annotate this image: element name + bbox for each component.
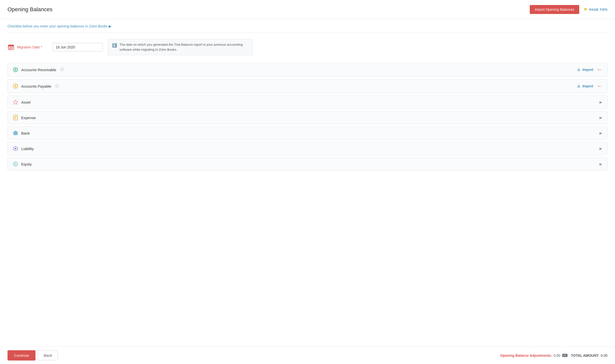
section-header-accounts-receivable[interactable]: $ Accounts Receivable ⓘ Import ← (8, 63, 607, 76)
asset-label: Asset (21, 100, 31, 104)
liability-chevron: ▶ (600, 147, 602, 151)
import-download-icon-ar (577, 68, 581, 72)
accounts-receivable-import-right: Import ← (577, 66, 602, 73)
migration-date-tooltip: ℹ️ The date on which you generated the T… (108, 39, 253, 55)
section-left-equity: Equity (13, 161, 32, 167)
divider-1 (8, 33, 608, 33)
svg-rect-11 (10, 49, 11, 49)
svg-rect-25 (16, 133, 17, 134)
expense-chevron: ▶ (600, 116, 602, 120)
section-header-accounts-payable[interactable]: $ Accounts Payable ⓘ Import ← (8, 79, 607, 93)
page-title: Opening Balances (8, 6, 52, 13)
migration-date-input[interactable] (52, 43, 103, 51)
svg-rect-24 (15, 133, 16, 134)
import-download-icon-ap (577, 84, 581, 88)
migration-date-row: Migration Date * ℹ️ The date on which yo… (8, 39, 608, 55)
section-header-asset[interactable]: Asset ▶ (8, 96, 607, 108)
section-left-accounts-payable: $ Accounts Payable ⓘ (13, 83, 59, 89)
accounts-payable-icon: $ (13, 83, 18, 89)
svg-rect-10 (9, 49, 10, 49)
svg-rect-23 (14, 133, 15, 134)
svg-marker-22 (14, 131, 18, 132)
header-actions: Import Opening Balances PAGE TIPS (530, 5, 608, 14)
calendar-icon (8, 44, 14, 51)
section-header-equity[interactable]: Equity ▶ (8, 158, 607, 170)
equity-label: Equity (21, 162, 32, 166)
section-bank: Bank ▶ (8, 127, 608, 140)
page-header: Opening Balances Import Opening Balances… (0, 0, 615, 19)
liability-icon (13, 146, 18, 151)
bank-label: Bank (21, 131, 30, 135)
accounts-payable-info-icon[interactable]: ⓘ (55, 84, 59, 88)
asset-chevron: ▶ (600, 100, 602, 104)
bank-chevron: ▶ (600, 131, 602, 135)
svg-text:$: $ (15, 84, 16, 88)
section-left-liability: Liability (13, 146, 34, 151)
checklist-link[interactable]: Checklist before you enter your opening … (8, 24, 112, 28)
main-content: Checklist before you enter your opening … (0, 19, 615, 198)
info-circle-icon: ℹ️ (112, 42, 117, 48)
import-opening-balances-button[interactable]: Import Opening Balances (530, 5, 579, 14)
asset-icon (13, 99, 18, 105)
svg-rect-2 (585, 11, 586, 11)
section-header-liability[interactable]: Liability ▶ (8, 142, 607, 155)
svg-rect-20 (14, 118, 16, 119)
svg-point-0 (584, 8, 587, 10)
accounts-receivable-info-icon[interactable]: ⓘ (60, 67, 64, 72)
svg-marker-16 (13, 100, 18, 104)
migration-date-label: Migration Date * (8, 44, 48, 51)
section-liability: Liability ▶ (8, 142, 608, 155)
expense-label: Expense (21, 116, 36, 120)
section-left-bank: Bank (13, 130, 30, 136)
red-arrow-ap: ← (597, 83, 602, 89)
accounts-payable-label: Accounts Payable (21, 84, 51, 88)
equity-icon (13, 161, 18, 167)
svg-rect-7 (9, 47, 10, 48)
section-asset: Asset ▶ (8, 96, 608, 109)
accounts-receivable-label: Accounts Receivable (21, 68, 56, 72)
required-star: * (41, 45, 42, 49)
section-accounts-payable: $ Accounts Payable ⓘ Import ← (8, 79, 608, 93)
section-left-asset: Asset (13, 99, 31, 105)
svg-text:$: $ (15, 68, 16, 71)
section-left-expense: Expense (13, 115, 36, 120)
section-expense: Expense ▶ (8, 111, 608, 124)
svg-rect-1 (585, 10, 586, 11)
svg-rect-9 (12, 47, 12, 48)
svg-rect-18 (14, 116, 17, 117)
svg-rect-5 (10, 44, 10, 46)
red-arrow-ar: ← (597, 66, 602, 73)
svg-point-26 (15, 148, 16, 149)
svg-rect-6 (12, 44, 12, 46)
page-tips-button[interactable]: PAGE TIPS (583, 7, 608, 12)
accounts-payable-import-link[interactable]: Import (577, 84, 593, 88)
expense-icon (13, 115, 18, 120)
migration-date-text: Migration Date * (17, 45, 42, 49)
section-equity: Equity ▶ (8, 158, 608, 171)
bulb-icon (583, 7, 588, 12)
bank-icon (13, 130, 18, 136)
section-accounts-receivable: $ Accounts Receivable ⓘ Import ← (8, 63, 608, 77)
svg-rect-8 (10, 47, 11, 48)
section-header-expense[interactable]: Expense ▶ (8, 111, 607, 124)
accounts-receivable-icon: $ (13, 67, 18, 72)
svg-rect-4 (8, 45, 14, 46)
account-sections: $ Accounts Receivable ⓘ Import ← (8, 63, 608, 171)
accounts-payable-import-right: Import ← (577, 83, 602, 89)
section-left-accounts-receivable: $ Accounts Receivable ⓘ (13, 67, 64, 72)
accounts-receivable-import-link[interactable]: Import (577, 68, 593, 72)
liability-label: Liability (21, 147, 34, 151)
svg-rect-19 (14, 117, 17, 118)
equity-chevron: ▶ (600, 162, 602, 166)
section-header-bank[interactable]: Bank ▶ (8, 127, 607, 139)
